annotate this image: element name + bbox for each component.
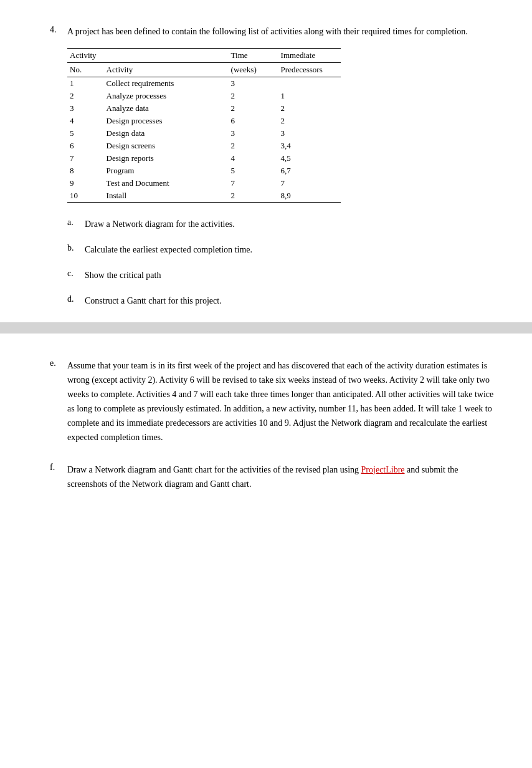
th-time-line1: Time xyxy=(229,49,278,63)
activity-table: Activity Time Immediate No. xyxy=(67,48,341,203)
cell-predecessors: 7 xyxy=(278,177,341,190)
cell-activity-no: 5 xyxy=(67,127,104,140)
sub-label-f: f. xyxy=(50,463,62,473)
th-activity-no-line2: No. xyxy=(67,63,104,77)
cell-activity-name: Analyze processes xyxy=(104,90,229,102)
cell-predecessors: 2 xyxy=(278,115,341,127)
table-row: 3Analyze data22 xyxy=(67,102,341,115)
cell-activity-no: 7 xyxy=(67,152,104,165)
sub-question-f: f. Draw a Network diagram and Gantt char… xyxy=(50,463,495,491)
sub-question-e: e. Assume that your team is in its first… xyxy=(50,358,495,445)
cell-predecessors: 3 xyxy=(278,127,341,140)
cell-predecessors: 4,5 xyxy=(278,152,341,165)
question-block: 4. A project has been defined to contain… xyxy=(50,25,495,307)
cell-activity-name: Program xyxy=(104,165,229,177)
sub-label-b: b. xyxy=(67,243,80,253)
cell-activity-no: 10 xyxy=(67,190,104,203)
cell-activity-name: Analyze data xyxy=(104,102,229,115)
cell-activity-name: Install xyxy=(104,190,229,203)
sub-text-f: Draw a Network diagram and Gantt chart f… xyxy=(67,463,495,491)
activity-table-wrapper: Activity Time Immediate No. xyxy=(67,48,495,203)
cell-time: 5 xyxy=(229,165,278,177)
cell-activity-no: 9 xyxy=(67,177,104,190)
th-activity-line2: Activity xyxy=(104,63,229,77)
sub-text-d: Construct a Gantt chart for this project… xyxy=(85,294,222,307)
page-divider xyxy=(0,322,532,334)
cell-time: 6 xyxy=(229,115,278,127)
table-row: 2Analyze processes21 xyxy=(67,90,341,102)
th-pred-line1: Immediate xyxy=(278,49,341,63)
table-row: 8Program56,7 xyxy=(67,165,341,177)
sub-text-f-before: Draw a Network diagram and Gantt chart f… xyxy=(67,465,361,474)
sub-label-d: d. xyxy=(67,294,80,304)
table-row: 6Design screens23,4 xyxy=(67,140,341,152)
cell-activity-no: 6 xyxy=(67,140,104,152)
cell-activity-name: Design screens xyxy=(104,140,229,152)
cell-activity-no: 2 xyxy=(67,90,104,102)
question-intro: A project has been defined to contain th… xyxy=(67,25,468,38)
sub-label-c: c. xyxy=(67,269,80,279)
sub-label-e: e. xyxy=(50,358,62,368)
sub-text-a: Draw a Network diagram for the activitie… xyxy=(85,218,235,231)
projectlibre-link: ProjectLibre xyxy=(361,465,405,474)
sub-text-c: Show the critical path xyxy=(85,269,161,282)
cell-time: 2 xyxy=(229,90,278,102)
sub-text-e: Assume that your team is in its first we… xyxy=(67,358,495,445)
table-body: 1Collect requirements32Analyze processes… xyxy=(67,77,341,203)
cell-time: 2 xyxy=(229,140,278,152)
question-header: 4. A project has been defined to contain… xyxy=(50,25,495,38)
th-time-line2: (weeks) xyxy=(229,63,278,77)
cell-time: 3 xyxy=(229,127,278,140)
th-pred-line2: Predecessors xyxy=(278,63,341,77)
cell-predecessors: 8,9 xyxy=(278,190,341,203)
cell-time: 2 xyxy=(229,190,278,203)
table-row: 1Collect requirements3 xyxy=(67,77,341,90)
cell-activity-name: Design data xyxy=(104,127,229,140)
cell-predecessors: 2 xyxy=(278,102,341,115)
table-row: 9Test and Document77 xyxy=(67,177,341,190)
cell-time: 4 xyxy=(229,152,278,165)
table-row: 5Design data33 xyxy=(67,127,341,140)
sub-questions-abcd: a. Draw a Network diagram for the activi… xyxy=(67,218,495,307)
cell-activity-name: Test and Document xyxy=(104,177,229,190)
bottom-section: e. Assume that your team is in its first… xyxy=(50,334,495,516)
cell-time: 7 xyxy=(229,177,278,190)
table-header-row-1: Activity Time Immediate xyxy=(67,49,341,63)
cell-predecessors xyxy=(278,77,341,90)
sub-text-b: Calculate the earliest expected completi… xyxy=(85,243,252,256)
sub-question-a: a. Draw a Network diagram for the activi… xyxy=(67,218,495,231)
th-activity-line1 xyxy=(104,49,229,63)
sub-question-c: c. Show the critical path xyxy=(67,269,495,282)
cell-activity-name: Design processes xyxy=(104,115,229,127)
th-activity-no-line1: Activity xyxy=(67,49,104,63)
sub-question-b: b. Calculate the earliest expected compl… xyxy=(67,243,495,256)
cell-activity-no: 3 xyxy=(67,102,104,115)
cell-predecessors: 1 xyxy=(278,90,341,102)
cell-activity-name: Design reports xyxy=(104,152,229,165)
cell-predecessors: 3,4 xyxy=(278,140,341,152)
table-row: 10Install28,9 xyxy=(67,190,341,203)
table-row: 7Design reports44,5 xyxy=(67,152,341,165)
cell-activity-no: 8 xyxy=(67,165,104,177)
sub-question-d: d. Construct a Gantt chart for this proj… xyxy=(67,294,495,307)
cell-activity-name: Collect requirements xyxy=(104,77,229,90)
cell-time: 3 xyxy=(229,77,278,90)
question-number: 4. xyxy=(50,25,62,35)
cell-predecessors: 6,7 xyxy=(278,165,341,177)
page: 4. A project has been defined to contain… xyxy=(0,0,532,541)
cell-activity-no: 4 xyxy=(67,115,104,127)
sub-label-a: a. xyxy=(67,218,80,228)
table-header-row-2: No. Activity (weeks) Predecessors xyxy=(67,63,341,77)
cell-activity-no: 1 xyxy=(67,77,104,90)
table-row: 4Design processes62 xyxy=(67,115,341,127)
cell-time: 2 xyxy=(229,102,278,115)
